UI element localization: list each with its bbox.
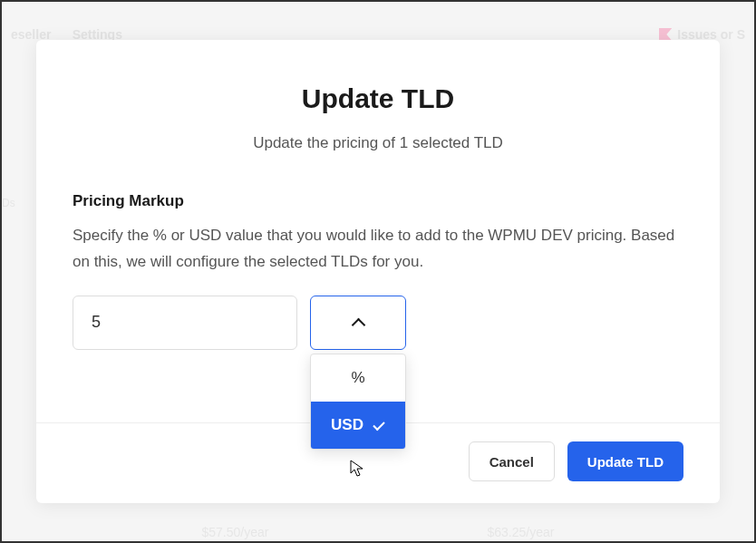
markup-unit-toggle[interactable] <box>310 296 406 350</box>
modal-subtitle: Update the pricing of 1 selected TLD <box>73 134 683 152</box>
markup-unit-dropdown: % USD <box>310 296 406 350</box>
markup-value-input[interactable] <box>73 296 297 350</box>
dropdown-option-label: USD <box>331 416 363 434</box>
dropdown-option-label: % <box>351 369 364 387</box>
dropdown-option-percent[interactable]: % <box>311 354 405 402</box>
cancel-button[interactable]: Cancel <box>469 441 555 481</box>
check-icon <box>373 419 385 431</box>
markup-input-row: % USD <box>73 296 683 350</box>
pricing-markup-label: Pricing Markup <box>73 192 683 210</box>
modal-title: Update TLD <box>73 83 683 114</box>
update-tld-modal: Update TLD Update the pricing of 1 selec… <box>36 40 720 503</box>
dropdown-option-usd[interactable]: USD <box>311 402 405 449</box>
update-tld-button[interactable]: Update TLD <box>567 441 683 481</box>
chevron-up-icon <box>352 316 364 329</box>
pricing-markup-helper: Specify the % or USD value that you woul… <box>73 223 683 276</box>
markup-unit-menu: % USD <box>310 354 406 450</box>
modal-body: Update TLD Update the pricing of 1 selec… <box>36 40 720 422</box>
